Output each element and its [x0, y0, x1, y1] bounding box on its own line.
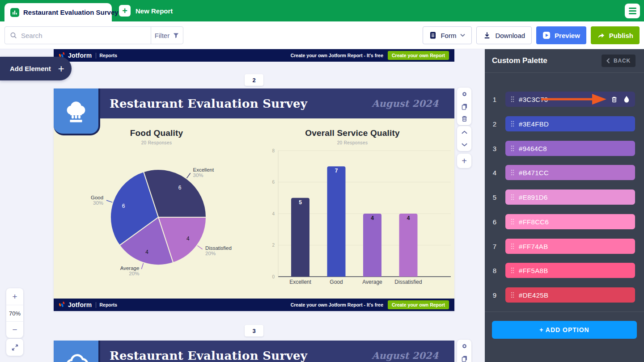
add-plus-icon[interactable]: +	[457, 155, 471, 167]
annotation-arrow	[541, 94, 606, 105]
zoom-out-button[interactable]: −	[12, 325, 17, 335]
drag-handle-icon[interactable]	[511, 121, 514, 127]
palette-color-pill[interactable]: #FF8CC6	[505, 214, 635, 229]
delete-trash-icon[interactable]	[457, 113, 471, 125]
drag-handle-icon[interactable]	[511, 243, 514, 249]
panel-title: Custom Palette	[492, 56, 547, 65]
drag-handle-icon[interactable]	[511, 219, 514, 225]
svg-text:6: 6	[122, 203, 125, 209]
create-report-button[interactable]: Create your own Report	[388, 51, 449, 60]
palette-row: 6 #FF8CC6	[485, 214, 644, 229]
palette-color-pill[interactable]: #FF5A8B	[505, 263, 635, 278]
promo-text: Create your own Jotform Report - It's fr…	[291, 53, 383, 58]
settings-gear-icon[interactable]	[457, 88, 471, 100]
jotform-brand-bar: Jotform Reports Create your own Jotform …	[54, 49, 454, 62]
new-report-button[interactable]: + New Report	[119, 5, 173, 17]
delete-color-icon[interactable]	[611, 96, 618, 103]
create-report-button[interactable]: Create your own Report	[388, 300, 449, 309]
svg-text:Average: Average	[362, 279, 382, 285]
preview-label: Preview	[555, 32, 580, 39]
palette-hex-label: #E891D6	[519, 194, 548, 201]
svg-text:7: 7	[335, 168, 338, 174]
fullscreen-button[interactable]	[6, 339, 23, 356]
zoom-controls: + 70% −	[6, 288, 23, 338]
palette-hex-label: #3E4FBD	[519, 120, 549, 128]
plus-icon: +	[119, 5, 131, 17]
move-down-icon[interactable]	[457, 139, 471, 151]
svg-text:6: 6	[178, 185, 182, 191]
settings-gear-icon[interactable]	[457, 341, 471, 352]
download-label: Download	[495, 32, 525, 39]
svg-text:Good: Good	[91, 195, 103, 200]
svg-text:Average: Average	[120, 265, 140, 271]
report-page-2: Restaurant Evaluation Survey August 2024…	[54, 88, 454, 311]
play-icon	[542, 31, 551, 39]
svg-text:4: 4	[272, 211, 275, 216]
duplicate-icon[interactable]	[457, 101, 471, 112]
palette-color-pill[interactable]: #3C3C70	[505, 92, 635, 107]
chart-subtitle: 20 Responses	[255, 140, 450, 145]
search-input[interactable]	[17, 32, 151, 39]
chart-subtitle: 20 Responses	[54, 140, 259, 145]
zoom-in-button[interactable]: +	[12, 292, 17, 302]
reports-label: Reports	[100, 302, 118, 307]
svg-text:Dissatisfied: Dissatisfied	[205, 245, 232, 251]
add-element-quick: +	[457, 154, 471, 168]
element-actions	[457, 88, 471, 125]
palette-color-pill[interactable]: #B471CC	[505, 165, 635, 180]
form-dropdown[interactable]: Form	[423, 26, 472, 44]
add-element-button[interactable]: Add Element +	[0, 57, 72, 80]
palette-hex-label: #B471CC	[519, 169, 549, 177]
drag-handle-icon[interactable]	[511, 169, 514, 176]
download-button[interactable]: Download	[476, 26, 532, 44]
form-icon	[429, 31, 436, 39]
svg-text:4: 4	[371, 215, 374, 221]
menu-button[interactable]	[625, 4, 640, 18]
page-number-badge: 2	[245, 74, 263, 86]
duplicate-icon[interactable]	[457, 353, 471, 362]
palette-row-number: 4	[489, 165, 500, 180]
search-box: Filter	[4, 26, 183, 44]
color-droplet-icon[interactable]	[623, 96, 630, 103]
report-header: Restaurant Evaluation Survey August 2024	[54, 341, 454, 362]
drag-handle-icon[interactable]	[511, 145, 514, 152]
report-title: Restaurant Evaluation Survey	[110, 349, 307, 362]
move-up-icon[interactable]	[457, 126, 471, 138]
palette-color-pill[interactable]: #FF74AB	[505, 239, 635, 254]
palette-row-actions	[611, 96, 630, 103]
svg-text:20%: 20%	[205, 251, 216, 256]
expand-icon	[11, 344, 19, 351]
promo-text: Create your own Jotform Report - It's fr…	[291, 302, 383, 307]
top-bar: Restaurant Evaluation Survey + New Repor…	[0, 0, 644, 21]
drag-handle-icon[interactable]	[511, 194, 514, 200]
drag-handle-icon[interactable]	[511, 96, 514, 102]
svg-text:4: 4	[145, 249, 148, 255]
back-button[interactable]: BACK	[602, 55, 636, 67]
filter-button[interactable]: Filter	[151, 27, 183, 44]
palette-color-pill[interactable]: #9464C8	[505, 141, 635, 156]
toolbar: Filter Form Download Preview Publish	[0, 21, 644, 49]
drag-handle-icon[interactable]	[511, 267, 514, 274]
publish-button[interactable]: Publish	[591, 26, 640, 44]
tab-restaurant-evaluation-survey[interactable]: Restaurant Evaluation Survey	[4, 3, 112, 21]
svg-text:Excellent: Excellent	[289, 279, 311, 285]
palette-color-pill[interactable]: #3E4FBD	[505, 116, 635, 131]
preview-button[interactable]: Preview	[536, 26, 586, 44]
svg-text:Dissatisfied: Dissatisfied	[394, 279, 422, 285]
palette-hex-label: #9464C8	[519, 145, 547, 152]
palette-row-number: 7	[489, 239, 500, 254]
jotform-logo: Jotform	[59, 301, 92, 308]
palette-color-pill[interactable]: #E891D6	[505, 189, 635, 205]
divider	[96, 53, 96, 59]
report-body: Food Quality 20 Responses Overall Servic…	[54, 118, 454, 299]
palette-row-number: 6	[489, 214, 500, 229]
divider	[485, 311, 644, 312]
add-option-button[interactable]: + ADD OPTION	[492, 321, 637, 339]
pie-chart-svg: 6Excellent30%4Dissatisfied20%4Average20%…	[57, 150, 254, 299]
divider	[96, 302, 96, 308]
palette-color-pill[interactable]: #DE425B	[505, 287, 635, 303]
drag-handle-icon[interactable]	[511, 292, 514, 298]
palette-hex-label: #3C3C70	[519, 96, 548, 103]
reports-label: Reports	[100, 53, 118, 58]
share-arrow-icon	[597, 31, 605, 39]
